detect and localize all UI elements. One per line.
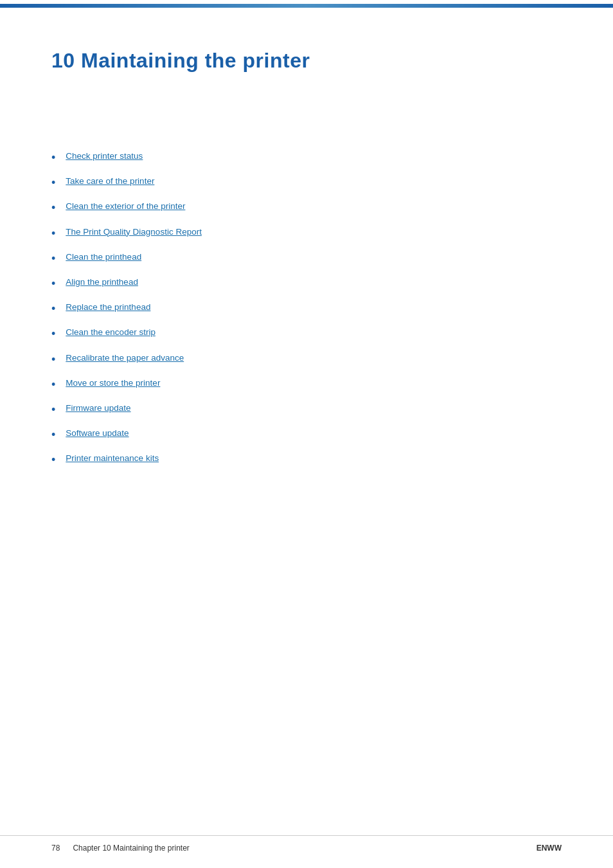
chapter-title: 10 Maintaining the printer xyxy=(51,49,562,73)
bullet-icon: • xyxy=(51,326,55,342)
toc-link-5[interactable]: Clean the printhead xyxy=(66,251,141,264)
list-item: • Firmware update xyxy=(51,402,562,418)
bullet-icon: • xyxy=(51,150,55,166)
footer: 78 Chapter 10 Maintaining the printer EN… xyxy=(0,835,613,853)
bullet-icon: • xyxy=(51,352,55,368)
footer-right: ENWW xyxy=(537,844,562,853)
bullet-icon: • xyxy=(51,226,55,242)
toc-link-8[interactable]: Clean the encoder strip xyxy=(66,326,155,339)
toc-link-9[interactable]: Recalibrate the paper advance xyxy=(66,352,184,365)
toc-link-13[interactable]: Printer maintenance kits xyxy=(66,452,159,465)
toc-link-3[interactable]: Clean the exterior of the printer xyxy=(66,200,185,213)
toc-link-11[interactable]: Firmware update xyxy=(66,402,130,415)
toc-link-6[interactable]: Align the printhead xyxy=(66,276,138,289)
toc-link-12[interactable]: Software update xyxy=(66,427,129,440)
list-item: • Move or store the printer xyxy=(51,377,562,393)
list-item: • Clean the exterior of the printer xyxy=(51,200,562,216)
list-item: • Clean the encoder strip xyxy=(51,326,562,342)
list-item: • The Print Quality Diagnostic Report xyxy=(51,226,562,242)
list-item: • Recalibrate the paper advance xyxy=(51,352,562,368)
bullet-icon: • xyxy=(51,427,55,443)
toc-list: • Check printer status • Take care of th… xyxy=(51,150,562,468)
chapter-label: Chapter 10 Maintaining the printer xyxy=(73,844,189,853)
bullet-icon: • xyxy=(51,402,55,418)
list-item: • Clean the printhead xyxy=(51,251,562,267)
list-item: • Take care of the printer xyxy=(51,175,562,191)
toc-link-7[interactable]: Replace the printhead xyxy=(66,301,150,314)
toc-link-10[interactable]: Move or store the printer xyxy=(66,377,160,390)
footer-left: 78 Chapter 10 Maintaining the printer xyxy=(51,844,190,853)
enww-label: ENWW xyxy=(537,844,562,853)
bullet-icon: • xyxy=(51,200,55,216)
toc-link-4[interactable]: The Print Quality Diagnostic Report xyxy=(66,226,202,239)
page-container: 10 Maintaining the printer • Check print… xyxy=(0,4,613,868)
page-number: 78 xyxy=(51,844,60,853)
list-item: • Align the printhead xyxy=(51,276,562,292)
bullet-icon: • xyxy=(51,251,55,267)
content-area: 10 Maintaining the printer • Check print… xyxy=(0,4,613,529)
top-border xyxy=(0,4,613,8)
toc-link-2[interactable]: Take care of the printer xyxy=(66,175,154,188)
bullet-icon: • xyxy=(51,377,55,393)
toc-link-1[interactable]: Check printer status xyxy=(66,150,143,163)
list-item: • Check printer status xyxy=(51,150,562,166)
list-item: • Software update xyxy=(51,427,562,443)
bullet-icon: • xyxy=(51,301,55,317)
list-item: • Printer maintenance kits xyxy=(51,452,562,468)
bullet-icon: • xyxy=(51,452,55,468)
bullet-icon: • xyxy=(51,276,55,292)
bullet-icon: • xyxy=(51,175,55,191)
list-item: • Replace the printhead xyxy=(51,301,562,317)
